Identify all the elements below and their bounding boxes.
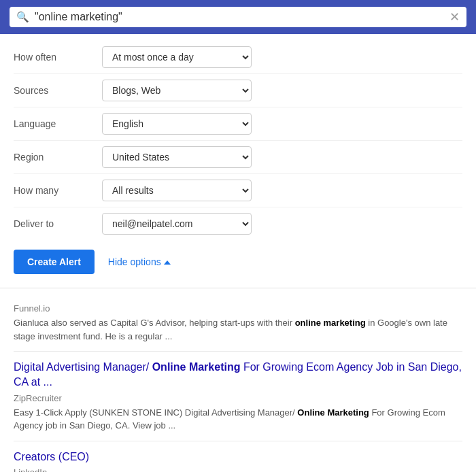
option-label-deliver-to: Deliver to [14, 218, 102, 229]
option-label-region: Region [14, 152, 102, 163]
search-input-wrapper: 🔍 ✕ [10, 7, 466, 27]
option-select-how-often[interactable]: As-it-happensAt most once a dayAt most o… [102, 46, 252, 68]
search-input[interactable] [35, 11, 449, 23]
option-row-sources: SourcesAutomaticBlogs, WebNewsBlogsWebVi… [14, 74, 462, 107]
option-select-how-many[interactable]: All resultsOnly the best results [102, 180, 252, 201]
hide-options-link[interactable]: Hide options [108, 256, 171, 267]
option-row-how-often: How oftenAs-it-happensAt most once a day… [14, 41, 462, 74]
option-label-sources: Sources [14, 85, 102, 96]
hide-options-label: Hide options [108, 256, 161, 267]
clear-search-button[interactable]: ✕ [449, 11, 460, 23]
create-alert-button[interactable]: Create Alert [14, 250, 95, 274]
search-bar: 🔍 ✕ [0, 0, 476, 34]
option-select-deliver-to[interactable]: neil@neilpatel.com [102, 213, 252, 235]
option-label-how-often: How often [14, 52, 102, 63]
option-row-deliver-to: Deliver toneil@neilpatel.com [14, 207, 462, 240]
result-item-2: Creators (CEO)LinkedInOnline Marketing S… [14, 441, 462, 472]
option-row-language: LanguageAll LanguagesEnglishSpanishFrenc… [14, 107, 462, 141]
result-source-2: LinkedIn [14, 467, 462, 472]
result-source-0: Funnel.io [14, 303, 462, 314]
result-title-2[interactable]: Creators (CEO) [14, 450, 462, 465]
option-select-sources[interactable]: AutomaticBlogs, WebNewsBlogsWebVideoBook… [102, 80, 252, 101]
option-select-region[interactable]: Any RegionUnited StatesUnited KingdomCan… [102, 146, 252, 168]
search-icon: 🔍 [16, 11, 29, 23]
option-row-region: RegionAny RegionUnited StatesUnited King… [14, 141, 462, 174]
result-item-1: Digital Advertising Manager/ Online Mark… [14, 352, 462, 441]
result-snippet-1: Easy 1-Click Apply (SUNKEN STONE INC) Di… [14, 406, 462, 433]
option-label-how-many: How many [14, 185, 102, 196]
option-row-how-many: How manyAll resultsOnly the best results [14, 174, 462, 207]
option-select-language[interactable]: All LanguagesEnglishSpanishFrenchGerman [102, 113, 252, 135]
action-row: Create Alert Hide options [14, 250, 462, 274]
result-source-1: ZipRecruiter [14, 393, 462, 403]
result-item-0: Funnel.ioGianluca also served as Capital… [14, 295, 462, 352]
chevron-up-icon [164, 260, 171, 265]
result-snippet-0: Gianluca also served as Capital G's Advi… [14, 316, 462, 343]
option-label-language: Language [14, 118, 102, 129]
options-panel: How oftenAs-it-happensAt most once a day… [0, 34, 476, 288]
result-title-1[interactable]: Digital Advertising Manager/ Online Mark… [14, 360, 462, 390]
results-container: Funnel.ioGianluca also served as Capital… [0, 288, 476, 472]
